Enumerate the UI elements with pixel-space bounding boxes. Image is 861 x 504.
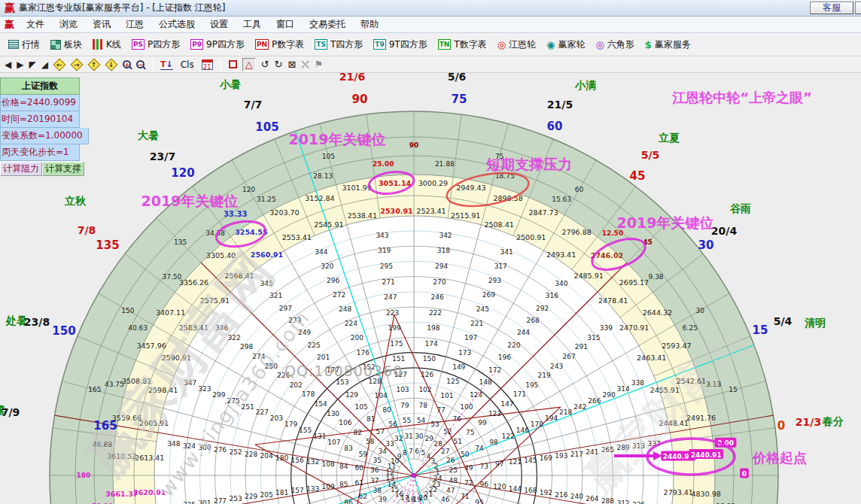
ts-badge-icon: TS	[315, 39, 327, 50]
svg-text:153: 153	[336, 378, 348, 386]
menu-item-7[interactable]: 窗口	[269, 17, 302, 31]
svg-text:290: 290	[602, 391, 615, 399]
svg-text:253: 253	[229, 495, 242, 502]
svg-text:291: 291	[575, 343, 588, 351]
customer-service-button[interactable]: 客服	[810, 2, 853, 14]
svg-text:218: 218	[559, 408, 572, 416]
next-arrow-icon[interactable]: ▶	[17, 59, 23, 70]
svg-text:15.63: 15.63	[552, 196, 571, 203]
menu-item-0[interactable]: 文件	[19, 17, 52, 31]
svg-text:175: 175	[390, 340, 403, 348]
svg-text:121: 121	[509, 458, 522, 466]
svg-text:30: 30	[698, 238, 714, 252]
select-box-icon[interactable]: ⊠	[288, 59, 296, 70]
svg-text:150: 150	[121, 307, 134, 314]
calc-resistance-button[interactable]: 计算阻力	[0, 162, 42, 176]
rotate-ccw-icon[interactable]: ↺	[261, 59, 269, 70]
svg-text:157: 157	[291, 487, 304, 494]
toolbar-button-江恩轮[interactable]: ◎江恩轮	[492, 35, 541, 53]
svg-text:130: 130	[327, 410, 339, 417]
flag-tool-icon[interactable]: ⚑	[315, 59, 324, 70]
diamond-left-icon[interactable]: ←	[53, 58, 65, 71]
zoom-in-icon[interactable]: +	[123, 60, 131, 68]
menu-item-1[interactable]: 浏览	[52, 17, 85, 31]
toolbar-button-P四方形[interactable]: PSP四方形	[126, 35, 185, 53]
calc-support-button[interactable]: 计算支撑	[42, 162, 84, 176]
svg-text:325: 325	[183, 501, 196, 504]
toolbar-button-赢家服务[interactable]: $赢家服务	[640, 35, 696, 53]
toolbar-button-T数字表[interactable]: TNT数字表	[433, 35, 492, 53]
panel-row-3: 周天变化步长=1	[0, 144, 80, 161]
clipped-title-button[interactable]	[855, 2, 861, 14]
svg-text:135: 135	[174, 238, 187, 246]
toolbar-button-赢家轮[interactable]: ◉赢家轮	[541, 35, 590, 53]
svg-text:21/5: 21/5	[547, 99, 573, 111]
svg-text:105: 105	[355, 403, 368, 411]
down-arrow-icon[interactable]: ◢	[41, 59, 48, 70]
toolbar-button-板块[interactable]: 板块	[45, 35, 87, 53]
toolbar-button-K线[interactable]: K线	[87, 35, 126, 53]
toolbar-button-P数字表[interactable]: PNP数字表	[250, 35, 309, 53]
svg-text:198: 198	[427, 324, 440, 332]
diamond-down-icon[interactable]: ↓	[105, 58, 117, 71]
rotate-cw-icon[interactable]: ↻	[275, 59, 283, 70]
menu-item-9[interactable]: 帮助	[353, 17, 386, 31]
svg-text:103: 103	[396, 386, 409, 393]
toolbar-label: 板块	[64, 38, 82, 51]
svg-text:4830.98: 4830.98	[692, 490, 721, 498]
menu-item-2[interactable]: 资讯	[85, 17, 118, 31]
svg-text:48: 48	[449, 477, 458, 484]
svg-text:15: 15	[729, 386, 737, 393]
center-mark-icon[interactable]: ⤬	[301, 59, 309, 70]
pn-badge-icon: PN	[255, 39, 269, 50]
svg-text:104: 104	[374, 392, 387, 399]
menu-item-5[interactable]: 设置	[202, 17, 236, 31]
menu-item-4[interactable]: 公式选股	[151, 17, 202, 31]
svg-text:180: 180	[275, 454, 288, 462]
svg-text:204: 204	[260, 452, 272, 460]
svg-text:5: 5	[421, 449, 425, 457]
svg-text:30: 30	[415, 433, 424, 440]
svg-text:216: 216	[555, 491, 567, 499]
svg-text:149: 149	[452, 363, 465, 371]
diamond-up-icon[interactable]: ↑	[87, 58, 100, 71]
svg-text:292: 292	[536, 305, 549, 312]
menu-item-3[interactable]: 江恩	[118, 17, 151, 31]
menu-item-8[interactable]: 交易委托	[302, 17, 353, 31]
svg-text:2523.41: 2523.41	[416, 207, 446, 215]
toolbar-button-六角形[interactable]: ◎六角形	[590, 35, 639, 53]
triangle-tool-icon[interactable]: △	[242, 58, 256, 71]
diamond-right-icon[interactable]: →	[70, 58, 83, 71]
up-arrow-icon[interactable]: ◤	[29, 59, 35, 70]
svg-text:5/4: 5/4	[774, 315, 793, 327]
svg-text:176: 176	[357, 349, 370, 357]
svg-text:23/7: 23/7	[150, 150, 175, 162]
menu-item-6[interactable]: 工具	[236, 17, 269, 31]
zoom-out-icon[interactable]: −	[136, 60, 145, 68]
svg-text:228: 228	[245, 451, 257, 458]
toolbar-button-行情[interactable]: 行情	[3, 35, 45, 53]
toolbar-button-T四方形[interactable]: TST四方形	[309, 35, 368, 53]
svg-text:2530.91: 2530.91	[380, 207, 412, 215]
calendar-icon[interactable]: 21	[202, 59, 213, 70]
toolbar-label: K线	[106, 38, 121, 51]
toolbar-button-9T四方形[interactable]: T99T四方形	[368, 35, 432, 53]
svg-text:62: 62	[358, 493, 367, 500]
svg-text:181: 181	[275, 489, 288, 496]
svg-text:342: 342	[439, 232, 452, 239]
cls-button[interactable]: Cls	[178, 59, 196, 71]
svg-text:171: 171	[513, 390, 526, 398]
prev-arrow-icon[interactable]: ◀	[5, 59, 11, 70]
svg-text:101: 101	[440, 392, 453, 399]
time-axis-icon[interactable]: T↓	[160, 59, 173, 70]
svg-text:221: 221	[470, 320, 483, 327]
svg-text:47: 47	[446, 487, 455, 494]
toolbar-button-9P四方形[interactable]: P99P四方形	[185, 35, 250, 53]
svg-text:202: 202	[290, 381, 303, 389]
svg-text:58: 58	[366, 438, 375, 445]
svg-text:220: 220	[507, 342, 520, 349]
toolbar-label: 9P四方形	[206, 38, 245, 51]
svg-text:196: 196	[498, 354, 511, 361]
svg-text:江恩轮中轮“上帝之眼”: 江恩轮中轮“上帝之眼”	[671, 90, 812, 105]
rect-tool-icon[interactable]	[229, 60, 237, 68]
